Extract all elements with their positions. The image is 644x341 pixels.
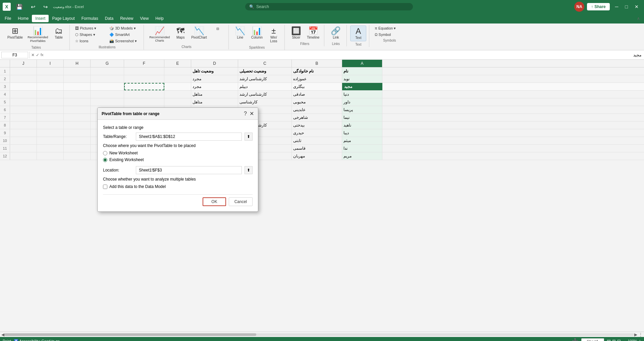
search-input[interactable] <box>256 4 409 9</box>
dialog-tablerange-input[interactable] <box>136 133 242 141</box>
cell-H5[interactable] <box>64 98 91 106</box>
horizontal-scrollbar[interactable]: ◀ ▶ ⋮ <box>0 332 644 337</box>
cell-I3[interactable] <box>37 83 64 90</box>
cell-D4[interactable]: متاهل <box>191 91 238 98</box>
cell-G5[interactable] <box>91 98 124 106</box>
cell-H10[interactable] <box>64 137 91 144</box>
recommended-charts-button[interactable]: 📈 RecommendedCharts <box>147 26 172 44</box>
name-box[interactable] <box>1 52 28 58</box>
radio-new-input[interactable] <box>103 151 107 155</box>
cell-G2[interactable] <box>91 75 124 83</box>
col-header-B[interactable]: B <box>292 60 342 67</box>
col-header-A[interactable]: A <box>342 60 382 67</box>
cell-A7[interactable]: نیما <box>342 114 382 121</box>
scroll-left-btn[interactable]: ◀ <box>1 332 4 337</box>
cell-C3[interactable]: دیپلم <box>238 83 292 90</box>
timeline-button[interactable]: 📅 Timeline <box>305 26 321 41</box>
column-sparkline-button[interactable]: 📊 Column <box>249 26 265 41</box>
col-header-J[interactable]: J <box>10 60 37 67</box>
cell-J7[interactable] <box>10 114 37 121</box>
cell-I2[interactable] <box>37 75 64 83</box>
cell-B3[interactable]: بیگلری <box>292 83 342 90</box>
cell-G1[interactable] <box>91 67 124 75</box>
dialog-cancel-button[interactable]: Cancel <box>229 197 253 206</box>
cell-F1[interactable] <box>124 67 164 75</box>
dialog-location-input[interactable] <box>136 166 242 174</box>
cell-B9[interactable]: حیدری <box>292 129 342 137</box>
menu-page-layout[interactable]: Page Layout <box>49 15 78 22</box>
cell-J6[interactable] <box>10 106 37 113</box>
cell-A3-selected[interactable]: مجید <box>342 83 382 90</box>
shapes-button[interactable]: ⬡ Shapes ▾ <box>73 32 107 38</box>
cell-A1[interactable]: نام <box>342 67 382 75</box>
cell-I10[interactable] <box>37 137 64 144</box>
table-button[interactable]: 🗂 Table <box>51 26 67 41</box>
cell-I9[interactable] <box>37 129 64 137</box>
cell-F3-dashed[interactable] <box>124 83 164 90</box>
menu-view[interactable]: View <box>137 15 152 22</box>
menu-home[interactable]: Home <box>14 15 32 22</box>
cell-B11[interactable]: قاسمی <box>292 145 342 152</box>
normal-view-btn[interactable]: ▤ <box>607 339 611 341</box>
winloss-sparkline-button[interactable]: ± Win/Loss <box>266 26 282 44</box>
cell-I4[interactable] <box>37 91 64 98</box>
col-header-E[interactable]: E <box>164 60 191 67</box>
zoom-in-btn[interactable]: + <box>639 338 641 341</box>
cell-D2[interactable]: مجرد <box>191 75 238 83</box>
cell-A10[interactable]: میثم <box>342 137 382 144</box>
cell-E4[interactable] <box>164 91 191 98</box>
save-button[interactable]: 💾 <box>13 2 25 11</box>
share-button[interactable]: ↑ Share <box>587 3 609 10</box>
cell-H3[interactable] <box>64 83 91 90</box>
search-box[interactable]: 🔍 <box>245 3 413 10</box>
col-header-C[interactable]: C <box>238 60 292 67</box>
menu-review[interactable]: Review <box>117 15 137 22</box>
cell-J12[interactable] <box>10 152 37 160</box>
dialog-radio-existing-worksheet[interactable]: Existing Worksheet <box>103 157 253 162</box>
scroll-thumb[interactable] <box>4 333 256 336</box>
slicer-button[interactable]: 🔲 Slicer <box>288 26 304 41</box>
text-button[interactable]: A Text <box>350 26 366 41</box>
cell-H6[interactable] <box>64 106 91 113</box>
radio-existing-input[interactable] <box>103 158 107 162</box>
cell-A4[interactable]: دنیا <box>342 91 382 98</box>
redo-button[interactable]: ↪ <box>41 2 50 11</box>
cell-F4[interactable] <box>124 91 164 98</box>
dialog-tablerange-collapse-btn[interactable]: ⬆ <box>245 133 253 141</box>
cell-J5[interactable] <box>10 98 37 106</box>
cell-B12[interactable]: مهربان <box>292 152 342 160</box>
ribbon-collapse-btn[interactable]: ∧ <box>634 15 643 22</box>
cell-C1[interactable]: وضعیت تحصیلی <box>238 67 292 75</box>
cell-H8[interactable] <box>64 121 91 129</box>
cell-C4[interactable]: کارشناسی ارشد <box>238 91 292 98</box>
link-button[interactable]: 🔗 Link <box>328 26 344 41</box>
confirm-formula-icon[interactable]: ✓ <box>36 53 39 57</box>
cell-E3[interactable] <box>164 83 191 90</box>
minimize-button[interactable]: ─ <box>612 3 621 11</box>
page-layout-view-btn[interactable]: ⊞ <box>612 339 616 341</box>
cell-E2[interactable] <box>164 75 191 83</box>
insert-function-icon[interactable]: fx <box>41 53 44 57</box>
cell-F5[interactable] <box>124 98 164 106</box>
menu-file[interactable]: File <box>1 15 14 22</box>
cell-H2[interactable] <box>64 75 91 83</box>
cell-D3[interactable]: مجرد <box>191 83 238 90</box>
formula-input[interactable] <box>45 53 643 57</box>
add-sheet-button[interactable]: ➕ <box>572 338 579 341</box>
cell-J4[interactable] <box>10 91 37 98</box>
scroll-right-btn[interactable]: ▶ <box>634 332 637 337</box>
menu-help[interactable]: Help <box>152 15 167 22</box>
col-header-I[interactable]: I <box>37 60 64 67</box>
cell-B2[interactable]: عموزاده <box>292 75 342 83</box>
zoom-out-btn[interactable]: − <box>624 338 626 341</box>
cell-J10[interactable] <box>10 137 37 144</box>
cell-B10[interactable]: ثابتی <box>292 137 342 144</box>
cell-I7[interactable] <box>37 114 64 121</box>
scroll-track[interactable] <box>4 333 634 336</box>
col-header-F[interactable]: F <box>124 60 164 67</box>
cell-D5[interactable]: متاهل <box>191 98 238 106</box>
menu-insert[interactable]: Insert <box>32 15 49 22</box>
cell-H7[interactable] <box>64 114 91 121</box>
cell-A9[interactable]: دیبا <box>342 129 382 137</box>
cell-G4[interactable] <box>91 91 124 98</box>
